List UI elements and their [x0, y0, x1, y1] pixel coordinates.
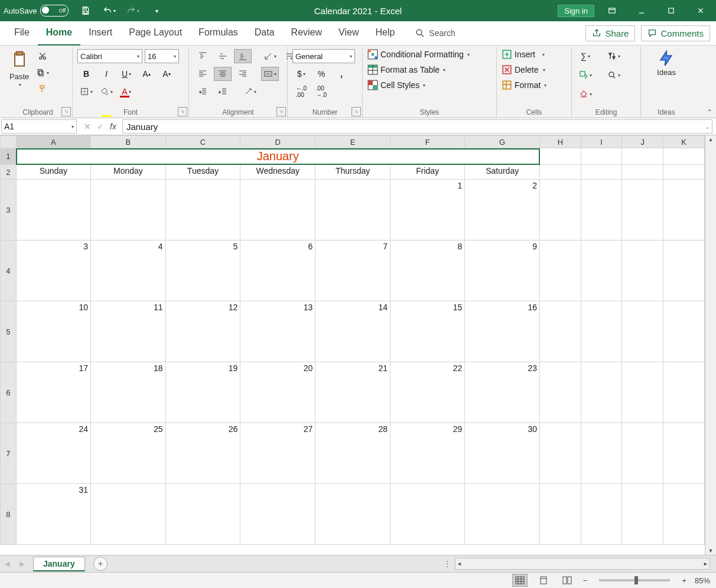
delete-cells-button[interactable]: Delete▾: [502, 64, 545, 75]
cell-K6[interactable]: [663, 362, 705, 423]
scroll-right-icon[interactable]: ►: [702, 560, 710, 568]
cell-E7[interactable]: 28: [315, 423, 390, 484]
cell-B7[interactable]: 25: [91, 423, 166, 484]
row-header-3[interactable]: 3: [1, 180, 17, 241]
cell-G7[interactable]: 30: [465, 423, 540, 484]
tab-home[interactable]: Home: [38, 21, 80, 46]
qat-customize-icon[interactable]: ▾: [148, 4, 165, 18]
sheet-next-icon[interactable]: ►: [18, 559, 27, 568]
cell-H2[interactable]: [540, 165, 581, 180]
ribbon-display-icon[interactable]: [600, 0, 624, 21]
cell-K3[interactable]: [663, 180, 705, 241]
cell-I4[interactable]: [581, 241, 622, 301]
signin-button[interactable]: Sign in: [558, 5, 594, 17]
cell-B8[interactable]: [91, 484, 166, 545]
cell-D5[interactable]: 13: [240, 301, 315, 362]
align-center-icon[interactable]: [214, 67, 232, 81]
cell-I7[interactable]: [581, 423, 622, 484]
col-header-I[interactable]: I: [581, 136, 622, 148]
bold-button[interactable]: B: [77, 67, 95, 81]
cell-K5[interactable]: [663, 301, 705, 362]
cell-H5[interactable]: [540, 301, 581, 362]
expand-formula-icon[interactable]: ⌄: [705, 124, 710, 130]
maximize-icon[interactable]: [659, 0, 683, 21]
tab-view[interactable]: View: [330, 21, 367, 44]
clear-icon[interactable]: ▾: [577, 87, 594, 101]
col-header-F[interactable]: F: [390, 136, 465, 148]
insert-cells-button[interactable]: Insert▾: [502, 49, 545, 60]
row-header-2[interactable]: 2: [1, 165, 17, 180]
collapse-ribbon-icon[interactable]: ⌃: [707, 108, 712, 116]
cell-D2[interactable]: Wednesday: [240, 165, 315, 180]
cell-I6[interactable]: [581, 362, 622, 423]
tab-formulas[interactable]: Formulas: [190, 21, 246, 44]
sort-filter-icon[interactable]: ▾: [605, 49, 623, 63]
italic-button[interactable]: I: [97, 67, 115, 81]
cell-G3[interactable]: 2: [465, 180, 540, 241]
align-right-icon[interactable]: [234, 67, 252, 81]
font-name-combo[interactable]: Calibri▾: [77, 49, 142, 63]
dialog-launcher-icon[interactable]: ↘: [276, 107, 286, 116]
cell-F7[interactable]: 29: [390, 423, 465, 484]
cell-J5[interactable]: [622, 301, 663, 362]
col-header-H[interactable]: H: [540, 136, 581, 148]
find-select-icon[interactable]: ▾: [605, 68, 623, 82]
cell-C4[interactable]: 5: [165, 241, 240, 301]
accounting-icon[interactable]: $▾: [292, 67, 310, 81]
tab-data[interactable]: Data: [246, 21, 283, 44]
increase-decimal-icon[interactable]: ←.0.00: [292, 85, 310, 99]
comma-icon[interactable]: ,: [333, 67, 350, 81]
cell-A5[interactable]: 10: [16, 301, 90, 362]
cell-B3[interactable]: [91, 180, 166, 241]
cell-A4[interactable]: 3: [16, 241, 90, 301]
cell-J4[interactable]: [622, 241, 663, 301]
horizontal-scrollbar[interactable]: ◄ ►: [455, 558, 710, 570]
increase-font-icon[interactable]: A▴: [138, 67, 155, 81]
tab-review[interactable]: Review: [283, 21, 330, 44]
cell-K7[interactable]: [663, 423, 705, 484]
cell-E6[interactable]: 21: [315, 362, 390, 423]
tab-insert[interactable]: Insert: [80, 21, 121, 44]
cell-K4[interactable]: [663, 241, 705, 301]
col-header-G[interactable]: G: [465, 136, 540, 148]
col-header-D[interactable]: D: [240, 136, 315, 148]
paste-button[interactable]: Paste ▾: [8, 49, 30, 89]
zoom-slider[interactable]: [599, 579, 670, 581]
cell-K1[interactable]: [663, 148, 705, 165]
cancel-edit-icon[interactable]: ✕: [84, 122, 91, 131]
grid[interactable]: ABCDEFGHIJK1January2SundayMondayTuesdayW…: [0, 135, 705, 555]
share-button[interactable]: Share: [585, 25, 635, 41]
cell-H4[interactable]: [540, 241, 581, 301]
cell-I8[interactable]: [581, 484, 622, 545]
row-header-4[interactable]: 4: [1, 241, 17, 301]
col-header-J[interactable]: J: [622, 136, 663, 148]
tab-file[interactable]: File: [6, 21, 38, 44]
cell-D6[interactable]: 20: [240, 362, 315, 423]
cell-I1[interactable]: [581, 148, 622, 165]
zoom-out-button[interactable]: −: [583, 576, 588, 585]
minimize-icon[interactable]: [630, 0, 653, 21]
cell-D4[interactable]: 6: [240, 241, 315, 301]
autosave-toggle[interactable]: AutoSave Off: [4, 5, 69, 17]
new-sheet-button[interactable]: ＋: [93, 557, 108, 571]
cut-icon[interactable]: [34, 49, 51, 63]
split-handle-icon[interactable]: ⋮: [443, 559, 451, 568]
cell-F3[interactable]: 1: [390, 180, 465, 241]
cell-F5[interactable]: 15: [390, 301, 465, 362]
scroll-down-icon[interactable]: ▼: [707, 547, 715, 555]
align-bottom-icon[interactable]: [234, 49, 252, 63]
format-painter-icon[interactable]: [34, 82, 51, 96]
format-cells-button[interactable]: Format▾: [502, 80, 546, 90]
page-layout-view-icon[interactable]: [536, 574, 551, 587]
redo-icon[interactable]: ▾: [124, 4, 142, 18]
cell-C2[interactable]: Tuesday: [165, 165, 240, 180]
align-top-icon[interactable]: [194, 49, 211, 63]
cell-A3[interactable]: [16, 180, 90, 241]
cell-H7[interactable]: [540, 423, 581, 484]
sheet-prev-icon[interactable]: ◄: [4, 559, 12, 568]
cell-I5[interactable]: [581, 301, 622, 362]
sheet-tab-active[interactable]: January: [33, 557, 85, 571]
cell-J3[interactable]: [622, 180, 663, 241]
row-header-8[interactable]: 8: [1, 484, 17, 545]
cell-C3[interactable]: [165, 180, 240, 241]
